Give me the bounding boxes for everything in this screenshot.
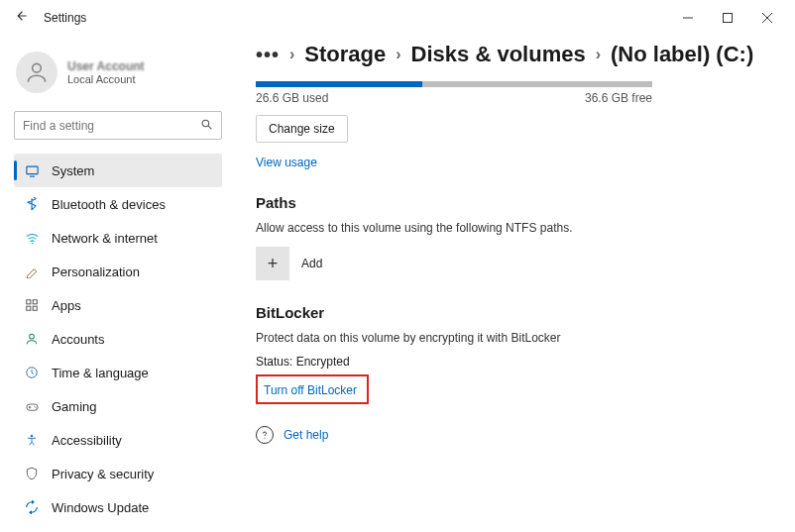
svg-point-21 [31, 435, 33, 437]
person-icon [24, 59, 50, 85]
turn-off-bitlocker-link[interactable]: Turn off BitLocker [264, 383, 357, 397]
sidebar-item-label: Accessibility [52, 433, 122, 448]
bluetooth-devices-icon [24, 196, 40, 212]
sidebar-item-label: Time & language [52, 366, 149, 380]
svg-rect-7 [26, 166, 37, 174]
bitlocker-heading: BitLocker [256, 304, 767, 321]
minimize-icon [683, 13, 693, 23]
plus-icon: + [268, 254, 279, 274]
svg-point-14 [30, 334, 35, 339]
storage-bar [256, 81, 652, 87]
gaming-icon [24, 398, 40, 414]
get-help-link[interactable]: Get help [284, 428, 328, 442]
change-size-button[interactable]: Change size [256, 115, 348, 143]
svg-rect-10 [27, 300, 31, 304]
sidebar-item-system[interactable]: System [14, 154, 222, 187]
privacy-security-icon [24, 466, 40, 481]
sidebar-item-label: Gaming [52, 399, 97, 414]
avatar [16, 52, 57, 93]
sidebar-item-apps[interactable]: Apps [14, 288, 222, 322]
svg-point-4 [33, 63, 42, 72]
breadcrumb-more[interactable]: ••• [256, 44, 280, 66]
window-controls [668, 4, 787, 32]
sidebar-item-label: Apps [52, 298, 81, 313]
settings-window: Settings User Account Local Account [0, 0, 795, 532]
sidebar: User Account Local Account SystemBluetoo… [0, 36, 234, 532]
nav-list: SystemBluetooth & devicesNetwork & inter… [14, 154, 222, 524]
add-path-row: + Add [256, 247, 767, 280]
search-input[interactable] [23, 119, 200, 133]
close-icon [762, 13, 772, 23]
user-name: User Account [67, 59, 145, 73]
paths-description: Allow access to this volume using the fo… [256, 221, 767, 235]
sidebar-item-label: Network & internet [52, 231, 158, 246]
search-icon [200, 118, 213, 134]
svg-point-9 [31, 242, 33, 244]
maximize-button[interactable] [708, 4, 747, 32]
time-language-icon [24, 365, 40, 380]
storage-usage: 26.6 GB used 36.6 GB free [256, 81, 652, 105]
sidebar-item-label: Windows Update [52, 500, 149, 515]
sidebar-item-time-language[interactable]: Time & language [14, 356, 222, 389]
sidebar-item-accessibility[interactable]: Accessibility [14, 423, 222, 457]
network-internet-icon [24, 230, 40, 246]
sidebar-item-accounts[interactable]: Accounts [14, 322, 222, 356]
accessibility-icon [24, 432, 40, 448]
svg-line-6 [208, 126, 211, 129]
storage-bar-fill [256, 81, 422, 87]
sidebar-item-label: Accounts [52, 332, 104, 347]
personalization-icon [24, 264, 40, 279]
storage-free-label: 36.6 GB free [585, 91, 652, 105]
sidebar-item-gaming[interactable]: Gaming [14, 389, 222, 423]
breadcrumb-disks-volumes[interactable]: Disks & volumes [411, 42, 586, 67]
maximize-icon [723, 13, 733, 23]
svg-rect-12 [27, 306, 31, 310]
sidebar-item-network-internet[interactable]: Network & internet [14, 221, 222, 255]
get-help-row[interactable]: Get help [256, 426, 767, 444]
storage-used-label: 26.6 GB used [256, 91, 328, 105]
minimize-button[interactable] [668, 4, 708, 32]
help-icon [256, 426, 274, 444]
svg-point-19 [34, 405, 35, 406]
paths-heading: Paths [256, 194, 767, 211]
svg-point-20 [35, 407, 36, 408]
chevron-right-icon: › [289, 46, 294, 63]
sidebar-item-label: Privacy & security [52, 467, 154, 481]
svg-point-22 [265, 438, 266, 439]
view-usage-link[interactable]: View usage [256, 156, 317, 169]
svg-point-5 [202, 120, 209, 127]
apps-icon [24, 297, 40, 313]
main-content: ••• › Storage › Disks & volumes › (No la… [234, 36, 795, 532]
sidebar-item-label: Bluetooth & devices [52, 197, 166, 212]
sidebar-item-label: Personalization [52, 265, 140, 279]
titlebar: Settings [0, 0, 795, 36]
chevron-right-icon: › [596, 46, 601, 63]
svg-rect-1 [724, 14, 733, 23]
sidebar-item-label: System [52, 163, 94, 178]
close-button[interactable] [747, 4, 787, 32]
sidebar-item-bluetooth-devices[interactable]: Bluetooth & devices [14, 187, 222, 221]
sidebar-item-privacy-security[interactable]: Privacy & security [14, 457, 222, 490]
search-box[interactable] [14, 111, 222, 140]
chevron-right-icon: › [396, 46, 400, 63]
breadcrumb: ••• › Storage › Disks & volumes › (No la… [256, 42, 767, 67]
add-path-button[interactable]: + [256, 247, 289, 280]
arrow-left-icon [15, 9, 29, 23]
system-icon [24, 162, 40, 178]
bitlocker-status: Status: Encrypted [256, 355, 767, 369]
sidebar-item-personalization[interactable]: Personalization [14, 255, 222, 288]
breadcrumb-storage[interactable]: Storage [304, 42, 386, 67]
bitlocker-description: Protect data on this volume by encryptin… [256, 331, 767, 345]
accounts-icon [24, 331, 40, 347]
svg-rect-16 [26, 404, 37, 410]
svg-rect-11 [33, 300, 37, 304]
windows-update-icon [24, 499, 40, 515]
back-button[interactable] [8, 9, 36, 27]
sidebar-item-windows-update[interactable]: Windows Update [14, 490, 222, 524]
breadcrumb-current: (No label) (C:) [611, 42, 753, 67]
svg-rect-13 [33, 306, 37, 310]
user-block[interactable]: User Account Local Account [14, 44, 222, 107]
bitlocker-link-highlight: Turn off BitLocker [256, 374, 369, 404]
window-title: Settings [44, 11, 86, 25]
add-path-label: Add [301, 257, 322, 270]
